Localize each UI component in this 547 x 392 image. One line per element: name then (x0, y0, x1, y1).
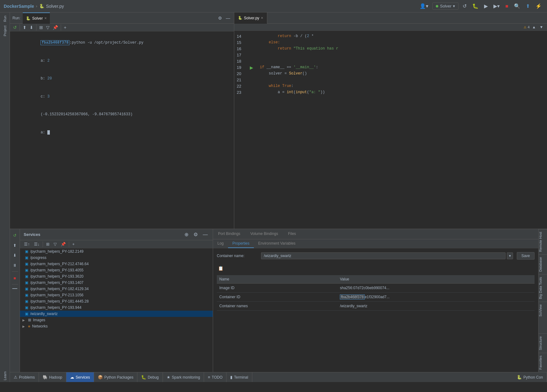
srv-toolbar-add[interactable]: + (71, 241, 76, 247)
subtab-log[interactable]: Log (213, 239, 228, 248)
srv-toolbar-filter[interactable]: ▽ (52, 241, 58, 247)
srv-toolbar-expand[interactable]: ☰↑ (22, 241, 31, 247)
rs-label-structure[interactable]: Structure (539, 333, 547, 353)
table-toolbar-icon[interactable]: 📋 (217, 265, 225, 271)
add-button[interactable]: + (63, 24, 68, 31)
networks-expand-icon[interactable]: ▶ (22, 325, 26, 328)
tree-item-5[interactable]: ▣ /pycharm_helpers_PY-193.1407 (20, 280, 213, 286)
solver-tab-close[interactable]: ✕ (44, 17, 47, 20)
subtab-env-vars[interactable]: Environment Variables (254, 239, 300, 248)
warning-up[interactable]: ▲ (531, 24, 537, 30)
tree-item-3[interactable]: ▣ /pycharm_helpers_PY-193.4055 (20, 267, 213, 273)
scroll-up-button[interactable]: ⬆ (21, 24, 28, 31)
tree-item-8[interactable]: ▣ /pycharm_helpers_PY-181.4445.28 (20, 298, 213, 304)
tree-item-7[interactable]: ▣ /pycharm_helpers_PY-213.1056 (20, 292, 213, 298)
upload-button[interactable]: ⬆ (524, 2, 531, 10)
filter-button[interactable]: ▽ (45, 24, 51, 31)
status-services[interactable]: ☁ Services (66, 372, 94, 382)
status-python-packages[interactable]: 📦 Python Packages (94, 372, 137, 382)
services-pause-button[interactable]: ⏸ (11, 261, 19, 270)
srv-toolbar-layout[interactable]: ⊞ (45, 241, 51, 247)
sidebar-label-project[interactable]: Project (3, 24, 7, 38)
tree-item-2[interactable]: ▣ /pycharm_helpers_PY-212.4746.64 (20, 261, 213, 267)
run-config-selector[interactable]: Solver ▾ (432, 2, 459, 10)
status-hadoop[interactable]: 🐘 Hadoop (39, 372, 66, 382)
subtab-properties[interactable]: Properties (228, 239, 254, 248)
table-row-image-id[interactable]: Image ID sha256:07d72c0beb990074... (217, 284, 535, 293)
bottom-section: ↺ ⬆ ⬇ ⏸ ■ — Services ⊕ ⚙ — ☰↑ (10, 229, 547, 372)
status-python-con[interactable]: 🐍 Python Con (513, 372, 547, 382)
refresh-button[interactable]: ↺ (461, 2, 468, 10)
rerun-button[interactable]: ↺ (12, 24, 18, 31)
tree-item-9[interactable]: ▣ /pycharm_helpers_PY-193.944 (20, 304, 213, 311)
warning-down[interactable]: ▼ (538, 24, 545, 30)
container-name-dropdown[interactable]: ▾ (507, 252, 513, 259)
stop-button[interactable]: ■ (504, 3, 510, 10)
tab-port-bindings[interactable]: Port Bindings (213, 229, 245, 239)
srv-toolbar-collapse[interactable]: ☰↓ (32, 241, 41, 247)
fn-solver: Solver (289, 71, 302, 77)
services-settings-button[interactable]: ⚙ (192, 231, 199, 238)
tree-item-images[interactable]: ▶ ⊞ Images (20, 317, 213, 323)
status-debug[interactable]: 🐛 Debug (137, 372, 163, 382)
rs-label-favorites[interactable]: Favorites (539, 353, 547, 372)
col-value: Value (337, 275, 535, 284)
tree-item-6[interactable]: ▣ /pycharm_helpers_PY-182.4129.34 (20, 286, 213, 292)
profile-button[interactable]: 👤▾ (418, 2, 430, 10)
run-button[interactable]: ▶ (483, 2, 489, 10)
rs-label-remote-host[interactable]: Remote Host (539, 229, 547, 254)
container-name-input[interactable] (261, 252, 506, 259)
services-collapse-button[interactable]: ⬇ (11, 251, 19, 260)
line-19: 19 (234, 65, 250, 71)
services-close-button[interactable]: — (202, 231, 209, 238)
file-name[interactable]: Solver.py (46, 4, 64, 9)
services-rerun-button[interactable]: ↺ (11, 231, 19, 240)
sidebar-label-learn[interactable]: Learn (3, 370, 7, 382)
services-add-button[interactable]: ⊕ (183, 231, 190, 238)
term-line-input[interactable]: a: (14, 124, 230, 142)
status-problems[interactable]: ⚠ Problems (10, 372, 39, 382)
editor-tab-solverpy[interactable]: 🐍 Solver.py ✕ (234, 12, 267, 24)
scroll-down-button[interactable]: ⬇ (28, 24, 35, 31)
rs-label-sciview[interactable]: SciView (539, 302, 547, 319)
plugins-button[interactable]: ⚡ (534, 2, 543, 10)
tree-item-networks[interactable]: ▶ ⎈ Networks (20, 323, 213, 329)
search-button[interactable]: 🔍 (512, 2, 522, 10)
editor-tab-close[interactable]: ✕ (261, 16, 263, 20)
terminal-content[interactable]: fba2b468f378:python -u /opt/project/Solv… (10, 31, 234, 229)
status-spark[interactable]: ★ Spark monitoring (163, 372, 204, 382)
tab-files[interactable]: Files (283, 229, 301, 239)
sidebar-label-run[interactable]: Run (3, 14, 7, 24)
term-cmd-text: :python -u /opt/project/Solver.py (69, 41, 144, 45)
code-content[interactable]: return -b / (2 * else: return "This equa… (256, 31, 547, 229)
debug-button[interactable]: 🐛 (471, 2, 480, 10)
minimize-button[interactable]: — (225, 15, 231, 21)
status-todo[interactable]: ≡ TODO (204, 372, 226, 382)
tree-item-4[interactable]: ▣ /pycharm_helpers_PY-193.3620 (20, 273, 213, 280)
num-2: 2 (307, 33, 309, 39)
services-tree[interactable]: ▣ /pycharm_helpers_PY-182.2149 ▣ /posgre… (20, 248, 213, 372)
save-button[interactable]: Save (517, 252, 535, 260)
tree-item-10[interactable]: ▣ /wizardly_swartz (20, 311, 213, 317)
settings-button[interactable]: ⚙ (217, 15, 223, 21)
table-row-container-id[interactable]: Container ID fba2b468f378e1f32900ad7... (217, 293, 535, 302)
services-dash-button[interactable]: — (12, 286, 17, 291)
tree-item-1[interactable]: ▣ /posgress (20, 255, 213, 261)
services-stop-button[interactable]: ■ (11, 274, 19, 282)
layout-button[interactable]: ⊞ (38, 24, 44, 31)
run-with-coverage-button[interactable]: ▶▾ (492, 2, 501, 10)
images-expand-icon[interactable]: ▶ (22, 318, 26, 322)
services-expand-button[interactable]: ⬆ (11, 241, 19, 250)
tree-item-0[interactable]: ▣ /pycharm_helpers_PY-182.2149 (20, 248, 213, 255)
rs-label-database[interactable]: Database (539, 254, 547, 274)
srv-toolbar-pin[interactable]: 📌 (59, 241, 67, 247)
prop-content: Container name: ▾ Save 📋 (213, 248, 538, 372)
left-sidebar: Run Project Learn (0, 12, 10, 382)
table-row-container-names[interactable]: Container names /wizardly_swartz (217, 302, 535, 311)
tab-volume-bindings[interactable]: Volume Bindings (245, 229, 283, 239)
run-tab-solver[interactable]: 🐍 Solver ✕ (23, 12, 50, 24)
pin-button[interactable]: 📌 (51, 24, 59, 31)
status-terminal[interactable]: ▮ Terminal (226, 372, 252, 382)
project-name[interactable]: DockerSample (4, 4, 34, 9)
rs-label-big-data[interactable]: Big Data Tools (539, 274, 547, 302)
